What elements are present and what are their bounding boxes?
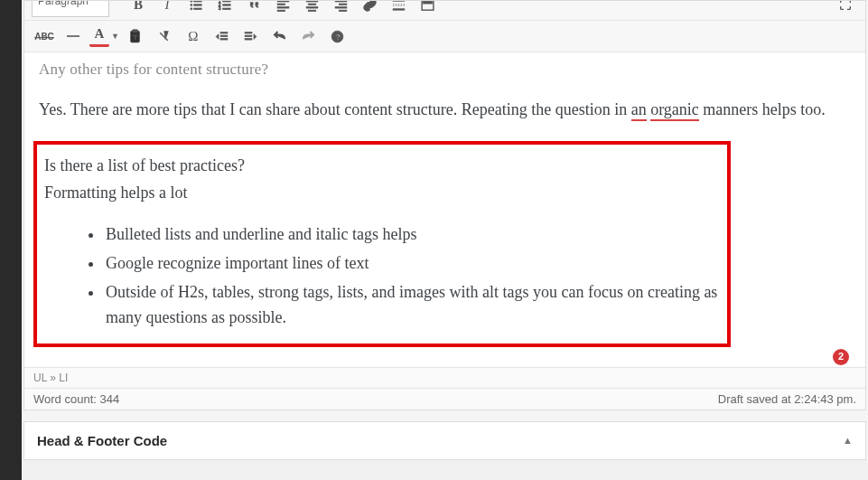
align-right-button[interactable] — [328, 1, 353, 17]
editor-status-bar: Word count: 344 Draft saved at 2:24:43 p… — [24, 388, 865, 409]
paragraph-1: Yes. There are more tips that I can shar… — [39, 98, 851, 123]
bulleted-list-button[interactable] — [183, 1, 209, 17]
svg-rect-5 — [193, 8, 201, 9]
svg-rect-11 — [222, 8, 230, 9]
undo-button[interactable] — [267, 24, 293, 49]
hr-button[interactable] — [61, 24, 86, 49]
format-select[interactable]: Paragraph — [32, 1, 109, 17]
svg-rect-21 — [339, 4, 347, 5]
word-count: Word count: 344 — [33, 392, 119, 406]
svg-rect-9 — [222, 4, 230, 5]
svg-text:T: T — [134, 34, 138, 42]
classic-editor: Paragraph B I 123 — [23, 0, 866, 410]
special-character-button[interactable]: Ω — [181, 24, 206, 49]
toolbar-row-2: ABC A ▼ T Ω ? — [24, 21, 865, 52]
clear-formatting-button[interactable] — [152, 24, 177, 49]
svg-point-4 — [190, 7, 191, 9]
list-item: Google recognize important lines of text — [104, 251, 718, 277]
svg-rect-19 — [308, 10, 316, 11]
svg-rect-17 — [308, 4, 316, 5]
editor-content[interactable]: Any other tips for content structure? Ye… — [24, 52, 865, 367]
svg-rect-22 — [335, 6, 347, 7]
blockquote-button[interactable] — [241, 1, 266, 17]
svg-rect-36 — [246, 35, 253, 36]
svg-rect-25 — [393, 4, 405, 5]
svg-rect-3 — [193, 4, 201, 5]
align-left-button[interactable] — [270, 1, 295, 17]
link-button[interactable] — [357, 1, 382, 17]
svg-rect-13 — [277, 4, 285, 5]
svg-rect-18 — [306, 6, 318, 7]
indent-button[interactable] — [238, 24, 264, 49]
redo-button[interactable] — [296, 24, 322, 49]
spellcheck-underline: an — [631, 100, 647, 121]
align-center-button[interactable] — [299, 1, 324, 17]
svg-rect-14 — [277, 6, 289, 7]
svg-rect-35 — [246, 32, 253, 33]
svg-text:3: 3 — [218, 6, 220, 11]
chevron-up-icon: ▲ — [843, 435, 853, 446]
hl-line-2: Formatting helps a lot — [41, 181, 718, 206]
svg-rect-15 — [277, 10, 285, 11]
svg-rect-23 — [339, 10, 347, 11]
strikethrough-button[interactable]: ABC — [32, 24, 57, 49]
text-color-button[interactable]: A — [89, 25, 109, 47]
svg-rect-28 — [423, 1, 432, 4]
admin-sidebar-sliver — [0, 0, 22, 480]
svg-rect-33 — [221, 35, 229, 36]
spellcheck-underline: organic — [650, 100, 699, 121]
list-item: Bulleted lists and underline and italic … — [104, 222, 718, 248]
svg-rect-30 — [133, 29, 138, 32]
svg-rect-37 — [246, 38, 253, 39]
cutoff-heading: Any other tips for content structure? — [39, 58, 851, 81]
bullet-list: Bulleted lists and underline and italic … — [41, 222, 718, 331]
panel-toggle[interactable]: Head & Footer Code ▲ — [24, 422, 865, 459]
list-item: Outside of H2s, tables, strong tags, lis… — [104, 280, 718, 331]
hl-line-1: Is there a list of best practices? — [41, 154, 718, 179]
toolbar-row-1: Paragraph B I 123 — [24, 1, 865, 21]
highlighted-selection-box: Is there a list of best practices? Forma… — [33, 141, 731, 346]
head-footer-code-panel: Head & Footer Code ▲ — [23, 421, 866, 460]
outdent-button[interactable] — [210, 24, 235, 49]
svg-rect-32 — [221, 32, 229, 33]
help-button[interactable]: ? — [325, 24, 350, 49]
svg-text:?: ? — [336, 33, 341, 42]
panel-title: Head & Footer Code — [37, 433, 167, 448]
text-color-dropdown-icon[interactable]: ▼ — [111, 32, 119, 41]
svg-point-0 — [190, 1, 191, 2]
svg-rect-34 — [221, 38, 229, 39]
read-more-button[interactable] — [386, 1, 411, 17]
svg-point-2 — [190, 4, 191, 5]
notification-badge[interactable]: 2 — [833, 349, 849, 365]
paste-as-text-button[interactable]: T — [123, 24, 148, 49]
autosave-status: Draft saved at 2:24:43 pm. — [718, 392, 856, 406]
bold-button[interactable]: B — [126, 1, 151, 17]
svg-rect-26 — [393, 8, 405, 9]
element-path-breadcrumb[interactable]: UL » LI — [24, 367, 865, 388]
toolbar-toggle-button[interactable] — [415, 1, 440, 17]
numbered-list-button[interactable]: 123 — [212, 1, 238, 17]
fullscreen-button[interactable] — [833, 1, 858, 17]
italic-button[interactable]: I — [154, 1, 180, 17]
